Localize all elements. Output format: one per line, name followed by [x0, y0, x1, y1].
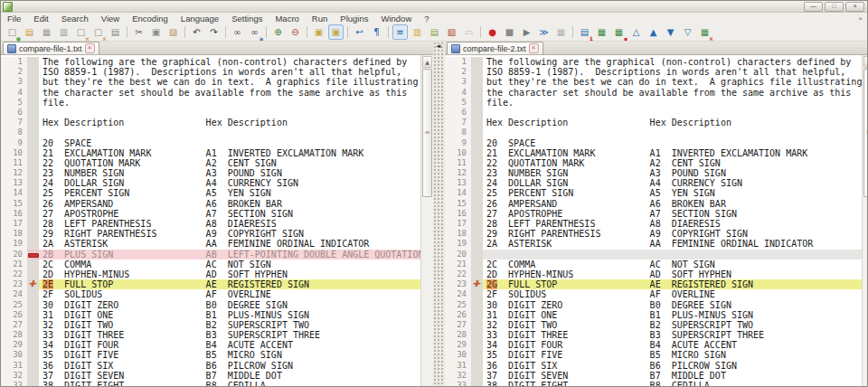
user-dialog-icon[interactable]: ▥: [410, 24, 425, 40]
restore-button[interactable]: □: [825, 2, 844, 12]
line-text[interactable]: 20 SPACE: [483, 138, 862, 148]
line-text[interactable]: 32 DIGIT TWO B2 SUPERSCRIPT TWO: [39, 320, 420, 330]
open-file-icon[interactable]: ▤: [22, 24, 37, 40]
line-text[interactable]: [39, 108, 420, 118]
word-wrap-icon[interactable]: ↩: [352, 24, 367, 40]
line-text[interactable]: 26 AMPERSAND A6 BROKEN BAR: [39, 199, 420, 209]
vertical-scrollbar[interactable]: ▲≡: [420, 55, 433, 387]
line-text[interactable]: 38 DIGIT EIGHT B8 CEDILLA: [483, 381, 862, 387]
next-diff-icon[interactable]: ▼: [663, 24, 678, 40]
line-text[interactable]: 2A ASTERISK AA FEMININE ORDINAL INDICATO…: [39, 239, 420, 249]
macro-play-icon[interactable]: ▶: [519, 24, 534, 40]
zoom-in-icon[interactable]: ⊕: [270, 24, 286, 40]
close-button[interactable]: ×: [845, 2, 864, 12]
line-text[interactable]: Hex Description Hex Description: [39, 118, 420, 127]
line-text[interactable]: 25 PERCENT SIGN A5 YEN SIGN: [39, 188, 420, 198]
line-text[interactable]: the character set should be available fr…: [39, 88, 420, 98]
compare-clear-icon[interactable]: ▦×: [697, 24, 712, 40]
tab-close-icon[interactable]: ×: [529, 43, 539, 53]
line-text[interactable]: 28 LEFT PARENTHESIS A8 DIAERESIS: [39, 219, 420, 229]
line-text[interactable]: [483, 250, 862, 260]
menu-item-file[interactable]: File: [1, 14, 27, 24]
doc-map-icon[interactable]: ▧: [444, 24, 459, 40]
compare-set-first-icon[interactable]: ▦: [594, 24, 609, 40]
compare-icon[interactable]: ▤1: [577, 24, 592, 40]
line-text[interactable]: 2E FULL STOP AE REGISTERED SIGN: [39, 279, 420, 289]
line-text[interactable]: 24 DOLLAR SIGN A4 CURRENCY SIGN: [39, 178, 420, 188]
line-text[interactable]: 36 DIGIT SIX B6 PILCROW SIGN: [39, 361, 420, 371]
find-icon[interactable]: ∞: [230, 24, 245, 40]
macro-run-multiple-icon[interactable]: ≫: [536, 24, 552, 40]
line-text[interactable]: 36 DIGIT SIX B6 PILCROW SIGN: [483, 361, 862, 371]
line-text[interactable]: 28 LEFT PARENTHESIS A8 DIAERESIS: [483, 219, 862, 229]
menu-item-run[interactable]: Run: [306, 14, 334, 24]
line-text[interactable]: 2C COMMA AC NOT SIGN: [39, 260, 420, 269]
compare-results-icon[interactable]: ▦▪: [611, 24, 627, 40]
line-text[interactable]: 22 QUOTATION MARK A2 CENT SIGN: [39, 158, 420, 168]
splitter-collapse-icon[interactable]: ◄: [436, 42, 440, 50]
menu-item-view[interactable]: View: [95, 14, 126, 24]
line-text[interactable]: 23 NUMBER SIGN A3 POUND SIGN: [483, 168, 862, 178]
menu-item-language[interactable]: Language: [175, 14, 225, 24]
line-text[interactable]: 27 APOSTROPHE A7 SECTION SIGN: [39, 209, 420, 219]
sync-vertical-scroll-icon[interactable]: ▣: [311, 24, 326, 40]
line-text[interactable]: 31 DIGIT ONE B1 PLUS-MINUS SIGN: [483, 310, 862, 320]
indent-guide-icon[interactable]: ≡: [392, 24, 408, 40]
menu-item-search[interactable]: Search: [55, 14, 95, 24]
line-text[interactable]: [483, 108, 862, 118]
first-diff-icon[interactable]: △: [628, 24, 644, 40]
line-text[interactable]: 2D HYPHEN-MINUS AD SOFT HYPHEN: [39, 269, 420, 279]
line-text[interactable]: 24 DOLLAR SIGN A4 CURRENCY SIGN: [483, 178, 862, 188]
macro-save-icon[interactable]: ▦: [553, 24, 569, 40]
menu-item-window[interactable]: Window: [374, 14, 418, 24]
copy-icon[interactable]: ▣: [148, 24, 164, 40]
sync-horizontal-scroll-icon[interactable]: ▣: [328, 24, 344, 40]
line-text[interactable]: 2G FULL STOP AE REGISTERED SIGN: [483, 279, 862, 289]
scroll-up-icon[interactable]: ▲: [422, 56, 432, 68]
line-text[interactable]: 21 EXCLAMATION MARK A1 INVERTED EXCLAMAT…: [483, 148, 862, 158]
menu-item-macro[interactable]: Macro: [269, 14, 305, 24]
line-text[interactable]: 27 APOSTROPHE A7 SECTION SIGN: [483, 209, 862, 219]
replace-icon[interactable]: ∞a: [247, 24, 262, 40]
show-all-chars-icon[interactable]: ¶: [369, 24, 384, 40]
line-text[interactable]: the character set should be available fr…: [483, 88, 862, 98]
line-text[interactable]: The following are the graphical (non-con…: [39, 57, 420, 67]
line-text[interactable]: Hex Description Hex Description: [483, 118, 862, 127]
redo-icon[interactable]: ↷: [206, 24, 222, 40]
tab-close-icon[interactable]: ×: [85, 43, 95, 53]
line-text[interactable]: 34 DIGIT FOUR B4 ACUTE ACCENT: [39, 340, 420, 350]
menu-close-icon[interactable]: ×: [858, 14, 863, 23]
scrollbar-thumb[interactable]: ≡: [863, 69, 868, 197]
doc-switcher-icon[interactable]: ▭: [461, 24, 476, 40]
menu-item-settings[interactable]: Settings: [225, 14, 269, 24]
prev-diff-icon[interactable]: ▲: [646, 24, 661, 40]
line-text[interactable]: 25 PERCENT SIGN A5 YEN SIGN: [483, 188, 862, 198]
line-text[interactable]: 38 DIGIT EIGHT B8 CEDILLA: [39, 381, 420, 387]
print-icon[interactable]: ▤: [108, 24, 123, 40]
line-text[interactable]: 2B PLUS SIGN AB LEFT-POINTING DOUBLE ANG…: [39, 250, 420, 260]
macro-stop-icon[interactable]: ■: [502, 24, 517, 40]
line-text[interactable]: 29 RIGHT PARENTHESIS A9 COPYRIGHT SIGN: [483, 229, 862, 239]
scrollbar-thumb[interactable]: ≡: [422, 69, 432, 197]
line-text[interactable]: 2F SOLIDUS AF OVERLINE: [483, 289, 862, 299]
line-text[interactable]: file.: [483, 98, 862, 108]
line-text[interactable]: 37 DIGIT SEVEN B7 MIDDLE DOT: [483, 371, 862, 381]
line-text[interactable]: 31 DIGIT ONE B1 PLUS-MINUS SIGN: [39, 310, 420, 320]
line-text[interactable]: 35 DIGIT FIVE B5 MICRO SIGN: [483, 350, 862, 360]
line-text[interactable]: 30 DIGIT ZERO B0 DEGREE SIGN: [39, 300, 420, 310]
menu-item-plugins[interactable]: Plugins: [334, 14, 374, 24]
line-text[interactable]: 2A ASTERISK AA FEMININE ORDINAL INDICATO…: [483, 239, 862, 249]
line-text[interactable]: 21 EXCLAMATION MARK A1 INVERTED EXCLAMAT…: [39, 148, 420, 158]
line-text[interactable]: 32 DIGIT TWO B2 SUPERSCRIPT TWO: [483, 320, 862, 330]
line-text[interactable]: 34 DIGIT FOUR B4 ACUTE ACCENT: [483, 340, 862, 350]
line-text[interactable]: The following are the graphical (non-con…: [483, 57, 862, 67]
line-text[interactable]: [39, 127, 420, 137]
undo-icon[interactable]: ↶: [189, 24, 204, 40]
menu-item-encoding[interactable]: Encoding: [126, 14, 175, 24]
zoom-out-icon[interactable]: ⊖: [288, 24, 303, 40]
line-text[interactable]: ISO 8859-1 (1987). Descriptions in words…: [39, 67, 420, 77]
line-text[interactable]: 23 NUMBER SIGN A3 POUND SIGN: [39, 168, 420, 178]
line-text[interactable]: but they're the best we can do in text. …: [39, 77, 420, 87]
line-text[interactable]: 2F SOLIDUS AF OVERLINE: [39, 289, 420, 299]
menu-item-edit[interactable]: Edit: [27, 14, 54, 24]
